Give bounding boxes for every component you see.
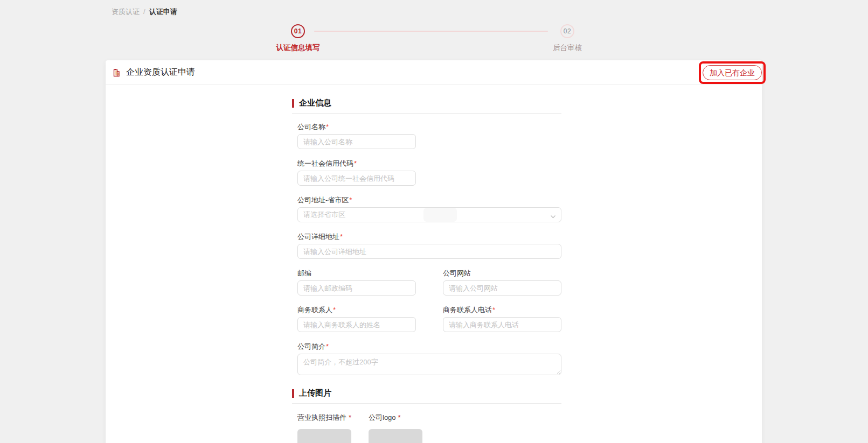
certification-card: 企业资质认证申请 企业信息 公司名称* 统一社会信用代码* 公司地址-省市区* … <box>106 60 762 443</box>
website-input[interactable] <box>443 280 561 296</box>
stepper-connector-line <box>314 31 548 32</box>
business-license-label: 营业执照扫描件 <box>297 413 346 421</box>
address-label: 公司详细地址 <box>297 233 339 241</box>
intro-textarea[interactable] <box>297 354 561 375</box>
company-logo-label: 公司logo <box>369 413 396 421</box>
section-title-upload: 上传图片 <box>299 388 331 398</box>
breadcrumb-separator: / <box>143 8 145 16</box>
address-input[interactable] <box>297 244 561 259</box>
company-logo-upload-button[interactable]: 上传图片 <box>369 429 422 443</box>
contact-label: 商务联系人 <box>297 306 332 314</box>
field-website: 公司网站 <box>443 269 561 296</box>
breadcrumb-parent[interactable]: 资质认证 <box>112 8 140 16</box>
required-mark: * <box>340 233 343 241</box>
building-icon <box>112 68 121 78</box>
region-select-hover-highlight <box>423 208 457 222</box>
required-mark: * <box>333 306 336 314</box>
region-select-placeholder: 请选择省市区 <box>303 210 345 220</box>
section-accent-bar <box>292 99 294 108</box>
company-name-input[interactable] <box>297 134 416 149</box>
section-divider <box>292 403 561 404</box>
form-row: 邮编 公司网站 <box>297 269 561 296</box>
required-mark: * <box>398 413 401 421</box>
contact-phone-input[interactable] <box>443 317 561 332</box>
annotation-highlight-box: 加入已有企业 <box>699 61 766 84</box>
section-title-company-info: 企业信息 <box>299 98 331 108</box>
upload-company-logo: 公司logo* 上传图片 <box>369 413 422 443</box>
upload-row: 营业执照扫描件* 上传图片 公司logo* 上传图片 <box>297 413 561 443</box>
section-upload: 上传图片 <box>292 388 561 398</box>
field-contact-phone: 商务联系人电话* <box>443 306 561 332</box>
intro-label: 公司简介 <box>297 342 325 350</box>
section-company-info: 企业信息 <box>292 98 561 108</box>
required-mark: * <box>349 196 352 204</box>
step-2-review: 02 后台审核 <box>524 24 610 53</box>
required-mark: * <box>492 306 495 314</box>
step-2-label: 后台审核 <box>524 43 610 53</box>
contact-input[interactable] <box>297 317 416 332</box>
field-contact: 商务联系人* <box>297 306 416 332</box>
form-area: 企业信息 公司名称* 统一社会信用代码* 公司地址-省市区* 请选择省市区 <box>292 98 561 443</box>
company-name-label: 公司名称 <box>297 123 325 131</box>
required-mark: * <box>349 413 351 421</box>
step-2-circle: 02 <box>560 24 574 38</box>
required-mark: * <box>354 159 357 167</box>
field-credit-code: 统一社会信用代码* <box>297 159 561 186</box>
join-existing-company-button[interactable]: 加入已有企业 <box>703 65 762 80</box>
field-intro: 公司简介* <box>297 342 561 375</box>
field-region: 公司地址-省市区* 请选择省市区 <box>297 196 561 222</box>
breadcrumb-current: 认证申请 <box>149 8 177 16</box>
credit-code-input[interactable] <box>297 171 416 186</box>
zipcode-label: 邮编 <box>297 269 311 277</box>
region-label: 公司地址-省市区 <box>297 196 349 204</box>
credit-code-label: 统一社会信用代码 <box>297 159 353 167</box>
form-row: 商务联系人* 商务联系人电话* <box>297 306 561 332</box>
breadcrumb: 资质认证/认证申请 <box>112 7 177 17</box>
website-label: 公司网站 <box>443 269 471 277</box>
field-company-name: 公司名称* <box>297 123 561 149</box>
page-title: 企业资质认证申请 <box>126 67 195 78</box>
contact-phone-label: 商务联系人电话 <box>443 306 492 314</box>
required-mark: * <box>326 342 329 350</box>
step-1-label: 认证信息填写 <box>255 43 341 53</box>
section-accent-bar <box>292 389 294 398</box>
field-address: 公司详细地址* <box>297 233 561 259</box>
section-divider <box>292 113 561 114</box>
business-license-upload-button[interactable]: 上传图片 <box>297 429 351 443</box>
step-1-circle: 01 <box>291 24 305 38</box>
field-zipcode: 邮编 <box>297 269 416 296</box>
zipcode-input[interactable] <box>297 280 416 296</box>
chevron-down-icon <box>550 212 556 218</box>
required-mark: * <box>326 123 329 131</box>
upload-business-license: 营业执照扫描件* 上传图片 <box>297 413 351 443</box>
step-1-fill-info: 01 认证信息填写 <box>255 24 341 53</box>
card-header: 企业资质认证申请 <box>106 60 762 85</box>
